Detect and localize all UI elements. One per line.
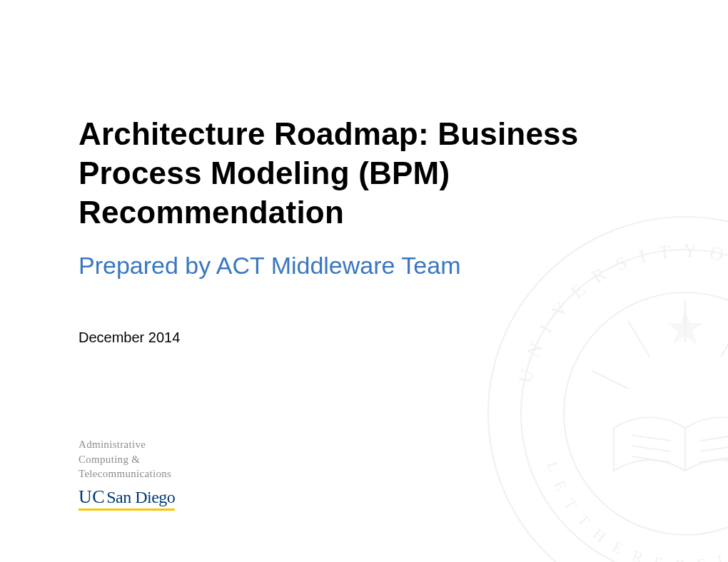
svg-line-13 bbox=[592, 371, 628, 389]
slide-title: Architecture Roadmap: Business Process M… bbox=[79, 114, 649, 232]
svg-line-6 bbox=[632, 456, 671, 462]
org-name: Administrative Computing & Telecommunica… bbox=[79, 437, 175, 481]
svg-line-5 bbox=[632, 446, 671, 451]
footer-org-block: Administrative Computing & Telecommunica… bbox=[79, 437, 175, 511]
svg-line-12 bbox=[721, 321, 728, 357]
org-line-1: Administrative bbox=[79, 439, 146, 450]
svg-line-7 bbox=[699, 435, 728, 441]
svg-line-4 bbox=[632, 435, 671, 441]
slide-date: December 2014 bbox=[79, 329, 649, 346]
org-line-2: Computing & bbox=[79, 454, 140, 465]
uc-san-diego-logo: UC San Diego bbox=[79, 486, 175, 511]
svg-line-9 bbox=[699, 456, 728, 462]
svg-line-8 bbox=[699, 446, 728, 451]
slide-subtitle: Prepared by ACT Middleware Team bbox=[79, 252, 649, 280]
slide-title-page: U N I V E R S I T Y O F C L E T T H E R … bbox=[0, 0, 728, 562]
org-line-3: Telecommunications bbox=[79, 468, 171, 479]
svg-point-2 bbox=[564, 292, 728, 535]
svg-text:L E T   T H E R E   B E   L I : L E T T H E R E B E L I G H T bbox=[543, 459, 728, 562]
logo-uc-text: UC bbox=[79, 486, 105, 508]
logo-sandiego-text: San Diego bbox=[106, 488, 175, 507]
svg-point-1 bbox=[521, 250, 728, 562]
